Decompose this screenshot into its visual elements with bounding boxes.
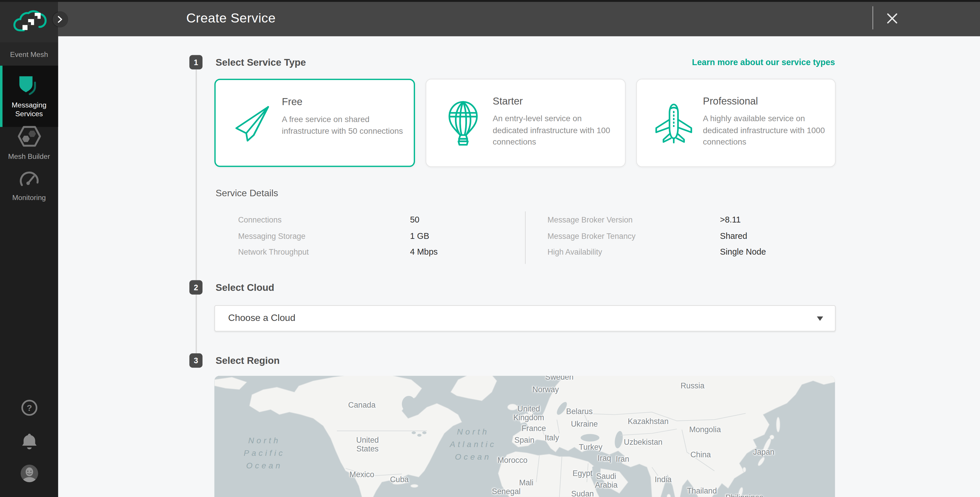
cloud-select-value: Choose a Cloud [228,312,295,323]
help-button[interactable]: ? [0,399,58,416]
service-type-card-free[interactable]: Free A free service on shared infrastruc… [215,79,415,167]
card-description: A free service on shared infrastructure … [282,114,404,137]
country-label: France [522,424,546,433]
user-menu-button[interactable] [0,464,58,483]
detail-value: Shared [720,231,747,241]
step-1-heading: Select Service Type [216,57,306,68]
detail-label: High Availability [547,248,602,256]
detail-label: Connections [238,216,282,225]
step-3-badge: 3 [189,353,202,368]
create-service-screen: Event Mesh Messaging Services Mesh Build… [0,0,980,497]
country-label: Spain [514,436,535,445]
country-label: India [655,475,671,484]
detail-label: Network Throughput [238,248,309,256]
country-label: United Kingdom [513,405,544,422]
close-icon [886,12,898,24]
step-3-heading: Select Region [216,355,280,366]
ocean-label: North Pacific Ocean [244,435,285,472]
country-label: Russia [681,381,705,390]
hexagon-mesh-icon [17,125,41,148]
gauge-icon [18,169,40,188]
detail-value: >8.11 [720,215,741,225]
detail-label: Message Broker Version [547,216,633,225]
country-label: Mexico [350,470,374,479]
sidebar-item-label: Event Mesh [10,49,48,58]
sidebar-item-label: Mesh Builder [8,152,50,161]
shield-icon [17,74,42,97]
sidebar-item-label: Monitoring [12,193,46,202]
close-button[interactable] [884,10,900,26]
cloud-select-dropdown[interactable]: Choose a Cloud [215,305,836,331]
service-type-card-professional[interactable]: Professional A highly available service … [636,79,835,167]
learn-more-link[interactable]: Learn more about our service types [692,57,835,67]
step-1-badge: 1 [189,55,202,69]
country-label: Belarus [566,407,593,416]
sidebar-item-mesh-builder[interactable]: Mesh Builder [0,119,58,167]
card-description: An entry-level service on dedicated infr… [493,113,615,148]
svg-text:?: ? [26,403,32,413]
country-label: Italy [544,433,559,442]
country-label: Kazakhstan [628,417,668,426]
country-label: Sudan [571,490,593,497]
country-label: Philippines [725,494,764,497]
country-label: Thailand [687,486,717,495]
card-title: Professional [703,96,758,107]
sidebar-item-monitoring[interactable]: Monitoring [0,161,58,213]
country-label: Mongolia [689,425,721,434]
detail-label: Message Broker Tenancy [547,232,636,241]
sidebar-item-label: Messaging Services [12,101,46,118]
notifications-button[interactable] [0,433,58,450]
solace-cloud-logo[interactable] [0,0,58,43]
country-label: Uzbekistan [624,438,662,446]
cloud-logo-icon [12,9,47,34]
sidebar: Event Mesh Messaging Services Mesh Build… [0,0,58,497]
sidebar-expand-button[interactable] [52,12,67,27]
page-title: Create Service [186,11,275,25]
country-label: Senegal [492,487,521,496]
step-2-heading: Select Cloud [216,282,274,293]
country-label: Iraq [598,454,611,463]
country-label: China [690,450,711,459]
user-avatar-icon [19,464,38,483]
dialog-body: 1 Select Service Type Learn more about o… [58,36,980,497]
hot-air-balloon-icon [444,100,483,145]
sidebar-item-messaging-services[interactable]: Messaging Services [0,66,58,127]
active-indicator [0,66,2,127]
header-divider [872,6,873,29]
top-edge-strip [0,0,980,2]
paper-plane-icon [233,100,272,145]
card-title: Starter [493,96,523,107]
detail-value: Single Node [720,247,766,256]
notifications-bell-icon [21,433,37,450]
country-label: Sweden [545,376,573,381]
country-label: Ukraine [571,420,598,429]
country-label: Mali [519,478,533,487]
country-label: Cuba [390,475,409,484]
dialog-header: Create Service [58,0,980,36]
country-label: Turkey [579,443,602,451]
card-title: Free [282,96,302,108]
chevron-right-icon [57,16,63,23]
region-map[interactable]: North Pacific OceanNorth Atlantic OceanR… [215,376,835,497]
service-type-cards: Free A free service on shared infrastruc… [215,79,836,167]
service-type-card-starter[interactable]: Starter An entry-level service on dedica… [426,79,625,167]
detail-value: 4 Mbps [410,247,438,256]
step-connector-line [196,69,196,354]
detail-value: 50 [410,215,419,225]
ocean-label: North Atlantic Ocean [450,426,496,463]
detail-label: Messaging Storage [238,232,305,241]
details-divider [525,212,526,264]
help-icon: ? [21,399,38,416]
country-label: Canada [348,401,375,410]
dropdown-arrow-icon [817,317,823,321]
country-label: Norway [532,385,559,394]
country-label: Iran [616,455,629,464]
sidebar-item-event-mesh[interactable]: Event Mesh [0,43,58,66]
detail-value: 1 GB [410,231,429,241]
country-label: Japan [753,448,775,456]
country-label: Egypt [573,469,592,478]
service-details-title: Service Details [216,188,278,198]
airplane-icon [654,100,693,145]
country-label: United States [356,436,379,454]
step-2-badge: 2 [189,280,202,294]
